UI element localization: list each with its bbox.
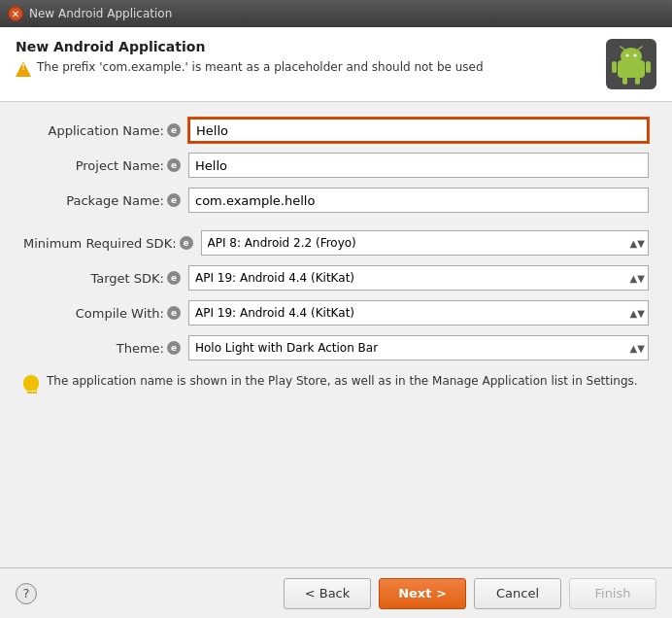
project-name-info[interactable]: e [167,158,181,172]
compile-with-label: Compile With: e [23,306,188,321]
warning-text: The prefix 'com.example.' is meant as a … [37,60,484,74]
compile-with-wrapper: API 19: Android 4.4 (KitKat) API 18: And… [188,300,649,326]
package-name-row: Package Name: e [23,188,649,213]
finish-button[interactable]: Finish [569,578,656,609]
bulb-icon [23,375,39,391]
header-left: New Android Application The prefix 'com.… [16,39,484,77]
android-logo [606,39,656,89]
titlebar-title: New Android Application [29,7,664,20]
application-name-label: Application Name: e [23,123,188,138]
min-sdk-wrapper: API 8: Android 2.2 (Froyo) API 9: Androi… [201,230,649,256]
application-name-row: Application Name: e [23,118,649,143]
svg-rect-6 [612,61,617,73]
next-button[interactable]: Next > [379,578,466,609]
theme-label: Theme: e [23,341,188,356]
dialog-footer: ? < Back Next > Cancel Finish [0,567,672,618]
min-sdk-label: Minimum Required SDK: e [23,236,201,251]
svg-line-4 [621,47,624,50]
footer-left: ? [16,583,37,604]
back-button[interactable]: < Back [284,578,371,609]
package-name-label: Package Name: e [23,193,188,208]
android-icon [610,43,653,86]
svg-point-1 [621,48,642,65]
target-sdk-wrapper: API 19: Android 4.4 (KitKat) API 18: And… [188,265,649,291]
dialog-header: New Android Application The prefix 'com.… [0,27,672,102]
theme-row: Theme: e Holo Light with Dark Action Bar… [23,335,649,360]
close-button[interactable]: ✕ [8,6,23,21]
theme-info[interactable]: e [167,341,181,355]
compile-with-select[interactable]: API 19: Android 4.4 (KitKat) API 18: And… [188,300,649,326]
min-sdk-select[interactable]: API 8: Android 2.2 (Froyo) API 9: Androi… [201,230,649,256]
cancel-button[interactable]: Cancel [474,578,561,609]
dialog-title: New Android Application [16,39,484,54]
svg-point-3 [634,54,637,57]
package-name-info[interactable]: e [167,193,181,207]
svg-rect-8 [622,77,627,85]
theme-select[interactable]: Holo Light with Dark Action Bar Holo Lig… [188,335,649,360]
min-sdk-info[interactable]: e [180,236,193,250]
svg-point-2 [626,54,629,57]
header-warning: The prefix 'com.example.' is meant as a … [16,60,484,77]
target-sdk-info[interactable]: e [167,271,181,285]
dialog: New Android Application The prefix 'com.… [0,27,672,618]
theme-wrapper: Holo Light with Dark Action Bar Holo Lig… [188,335,649,360]
warning-icon [16,61,31,77]
application-name-info[interactable]: e [167,123,181,137]
target-sdk-row: Target SDK: e API 19: Android 4.4 (KitKa… [23,265,649,291]
min-sdk-row: Minimum Required SDK: e API 8: Android 2… [23,230,649,256]
package-name-input[interactable] [188,188,649,213]
project-name-input[interactable] [188,153,649,178]
target-sdk-label: Target SDK: e [23,271,188,286]
svg-line-5 [638,47,642,50]
form-area: Application Name: e Project Name: e Pack… [0,102,672,567]
info-note: The application name is shown in the Pla… [23,374,649,391]
titlebar: ✕ New Android Application [0,0,672,27]
footer-buttons: < Back Next > Cancel Finish [284,578,656,609]
application-name-input[interactable] [188,118,649,143]
svg-rect-7 [646,61,651,73]
compile-with-row: Compile With: e API 19: Android 4.4 (Kit… [23,300,649,326]
compile-with-info[interactable]: e [167,306,181,320]
target-sdk-select[interactable]: API 19: Android 4.4 (KitKat) API 18: And… [188,265,649,291]
svg-rect-9 [635,77,640,85]
info-note-text: The application name is shown in the Pla… [47,374,638,388]
help-button[interactable]: ? [16,583,37,604]
project-name-row: Project Name: e [23,153,649,178]
project-name-label: Project Name: e [23,158,188,173]
